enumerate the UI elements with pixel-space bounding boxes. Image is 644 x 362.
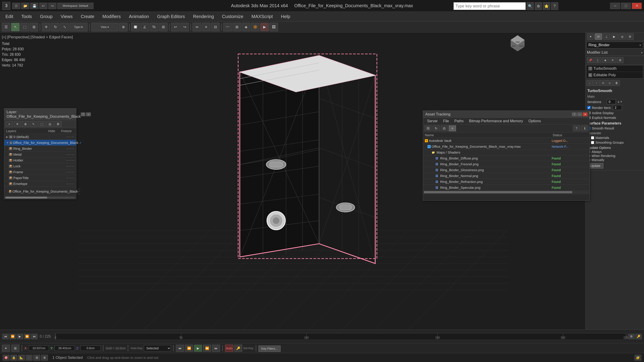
prev-key-btn[interactable]: ⏪ <box>185 345 193 352</box>
layer-panel-titlebar[interactable]: Layer: Office_File_for_Keeping_Documents… <box>4 108 76 120</box>
rp-hierarchy-icon[interactable]: ⊥ <box>603 33 610 40</box>
layer-settings-btn[interactable]: ⚙ <box>54 121 62 127</box>
smoothing-groups-checkbox[interactable] <box>591 141 594 144</box>
asset-help-btn[interactable]: ? <box>572 112 576 116</box>
autokey-toggle-btn[interactable]: Auto <box>225 345 233 352</box>
modifier-editable-poly[interactable]: E Editable Poly <box>587 72 643 78</box>
asset-menu-server[interactable]: Server <box>425 119 440 124</box>
redo-btn[interactable]: ↪ <box>48 3 56 9</box>
layer-row-default[interactable]: ▶ 🗂 0 (default) — — — <box>4 134 76 140</box>
layer-row-office-file[interactable]: 📦 Office_File_for_Keeping_Documents_Blac… <box>4 187 76 196</box>
asset-menu-paths[interactable]: Paths <box>452 119 466 124</box>
asset-menu-bitmap-perf[interactable]: Bitmap Performance and Memory <box>467 119 525 124</box>
modifier-turbosmooth[interactable]: T TurboSmooth <box>587 65 643 72</box>
spinner-snap-btn[interactable]: ⊞ <box>159 23 168 31</box>
key-next-btn[interactable]: ⏭ <box>212 345 220 352</box>
menu-rendering[interactable]: Rendering <box>190 12 218 21</box>
move-stack-down-btn[interactable]: ↓ <box>586 80 593 86</box>
layer-row-selected[interactable]: ▼ 🗂 Office_File_for_Keeping_Documents_Bl… <box>4 140 76 146</box>
move-btn[interactable]: ✛ <box>42 23 50 31</box>
status-icon-4[interactable]: ⬚ <box>26 355 32 361</box>
next-key-btn[interactable]: ⏩ <box>203 345 211 352</box>
layer-row-metal[interactable]: 📦 Metal — — — <box>4 152 76 157</box>
status-icon-5[interactable]: ⊞ <box>34 355 40 361</box>
status-icon-1[interactable]: 🎯 <box>3 355 10 361</box>
rp-modify-icon[interactable]: ⟳ <box>595 33 602 40</box>
prev-frame-btn[interactable]: ⏪ <box>10 334 16 339</box>
menu-create[interactable]: Create <box>77 12 98 21</box>
asset-titlebar[interactable]: Asset Tracking ? ─ ✕ <box>423 111 590 118</box>
reference-coord-btn[interactable]: View ▾ <box>91 23 118 31</box>
play-btn[interactable]: ▶ <box>17 334 23 339</box>
render-btn[interactable]: ▶ <box>260 23 269 31</box>
asset-row-normal[interactable]: 🖼 Ring_Binder_Normal.png Found <box>423 173 590 179</box>
go-start-btn[interactable]: ⏮ <box>2 334 8 339</box>
asset-minimize-btn[interactable]: ─ <box>578 112 582 116</box>
select-filter-btn[interactable]: ☰ <box>2 23 10 31</box>
asset-row-glossiness[interactable]: 🖼 Ring_Binder_Glossiness.png Found <box>423 167 590 173</box>
minimize-btn[interactable]: ─ <box>610 3 620 9</box>
lock-icon[interactable]: 🔐 <box>634 355 641 361</box>
layer-create-btn[interactable]: + <box>6 121 13 127</box>
show-end-result-btn[interactable]: | <box>594 57 601 63</box>
curve-editor-btn[interactable]: 〰 <box>223 23 232 31</box>
make-unique-btn[interactable]: ◈ <box>602 57 608 63</box>
timeline-track[interactable]: 0 50 100 150 200 225 <box>55 333 626 340</box>
asset-row-diffuse[interactable]: 🖼 Ring_Binder_Diffuse.png Found <box>423 155 590 161</box>
rp-motion-icon[interactable]: ▶ <box>610 33 618 40</box>
search-options-btn[interactable]: ⚙ <box>535 2 542 10</box>
schematic-view-btn[interactable]: ⊞ <box>232 23 241 31</box>
menu-help[interactable]: Help <box>278 12 294 21</box>
pivot-btn[interactable]: ⊕ <box>119 23 128 31</box>
menu-graph-editors[interactable]: Graph Editors <box>154 12 188 21</box>
asset-collapse-btn[interactable]: ⊟ <box>440 125 448 131</box>
menu-edit[interactable]: Edit <box>2 12 17 21</box>
help-btn[interactable]: ? <box>551 2 558 10</box>
delete-modifier-btn[interactable]: 🗑 <box>614 80 620 86</box>
undo-btn[interactable]: ↩ <box>39 3 48 9</box>
region-select-btn[interactable]: ⬚ <box>20 23 29 31</box>
layer-row-ring-binder[interactable]: 📦 Ring_Binder — — — <box>4 146 76 152</box>
layer-highlight-btn[interactable]: ◎ <box>46 121 54 127</box>
asset-list-btn[interactable]: ≡ <box>449 125 456 131</box>
status-icon-6[interactable]: ⊕ <box>41 355 48 361</box>
align-btn[interactable]: ≡ <box>202 23 210 31</box>
mirror-btn[interactable]: ⇔ <box>192 23 201 31</box>
asset-row-specular[interactable]: 🖼 Ring_Binder_Specular.png Found <box>423 185 590 191</box>
rp-create-icon[interactable]: ✦ <box>587 33 594 40</box>
redo-scene-btn[interactable]: ↪ <box>180 23 189 31</box>
z-input[interactable] <box>80 346 101 351</box>
asset-row-fresnel[interactable]: 🖼 Ring_Binder_Fresnel.png Found <box>423 161 590 167</box>
asset-help2-btn[interactable]: ? <box>573 125 580 131</box>
move-stack-up-btn[interactable]: ↑ <box>593 80 600 86</box>
create-object-btn[interactable]: ✦ <box>2 345 10 352</box>
materials-checkbox[interactable] <box>591 136 594 139</box>
iterations-spinner[interactable]: ▲▼ <box>617 100 622 103</box>
menu-maxscript[interactable]: MAXScript <box>248 12 276 21</box>
select-btn[interactable]: ↖ <box>11 23 20 31</box>
scale-btn[interactable]: ⤡ <box>60 23 69 31</box>
layer-row-holder[interactable]: 📦 Holder — — — <box>4 157 76 163</box>
layer-manager-btn[interactable]: ⊟ <box>211 23 220 31</box>
open-btn[interactable]: 📂 <box>21 3 29 9</box>
layer-panel-close[interactable]: × <box>86 112 91 116</box>
snap-toggle-btn[interactable]: 🔲 <box>131 23 140 31</box>
asset-menu-options[interactable]: Options <box>526 119 543 124</box>
key-prev-btn[interactable]: ⏮ <box>176 345 184 352</box>
x-input[interactable] <box>29 346 49 351</box>
key-selection-dropdown[interactable]: Selected <box>144 345 171 352</box>
layer-scrollbar[interactable] <box>5 197 75 198</box>
search-highlight-btn[interactable]: ⭐ <box>543 2 550 10</box>
rendered-frame-btn[interactable]: 🖼 <box>270 23 278 31</box>
y-input[interactable] <box>55 346 75 351</box>
search-button[interactable]: 🔍 <box>526 2 534 10</box>
close-btn[interactable]: ✕ <box>632 3 642 9</box>
render-iters-checkbox[interactable] <box>587 106 590 109</box>
search-input[interactable] <box>454 2 526 10</box>
workspace-dropdown[interactable]: Workspace: Default <box>57 3 94 9</box>
pin-btn[interactable]: 📌 <box>587 57 594 63</box>
asset-scrollbar-h[interactable] <box>424 191 589 193</box>
layer-row-envelope[interactable]: 📦 Envelope — — — <box>4 181 76 187</box>
menu-customize[interactable]: Customize <box>218 12 247 21</box>
menu-modifiers[interactable]: Modifiers <box>99 12 124 21</box>
